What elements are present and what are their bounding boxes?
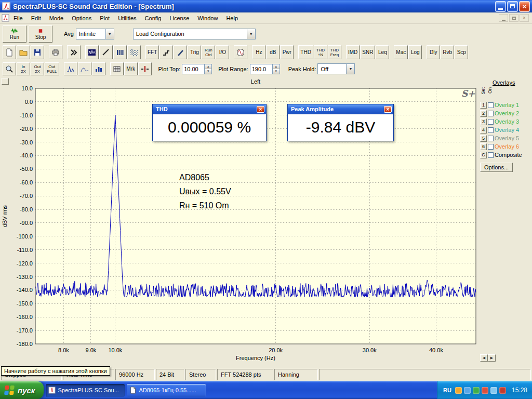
tray-icon-2[interactable] (464, 387, 471, 394)
menu-item-license[interactable]: License (165, 14, 193, 23)
overlay-set-button-3[interactable]: 3 (480, 118, 487, 125)
phase-view-button[interactable] (99, 45, 113, 59)
overlay-on-checkbox-C[interactable] (488, 152, 494, 158)
imd-button[interactable]: IMD (346, 45, 360, 59)
tray-icon-6[interactable] (499, 387, 506, 394)
menu-item-window[interactable]: Window (193, 14, 222, 23)
macro-button[interactable]: Mac (394, 45, 408, 59)
marker-line-button[interactable] (138, 62, 152, 75)
marker-toggle-button[interactable]: Mrk (124, 62, 138, 75)
plot-top-input[interactable] (182, 64, 204, 74)
avg-select[interactable]: Infinite ▼ (76, 29, 114, 39)
pane-splitter-button[interactable] (2, 78, 9, 85)
overlay-on-checkbox-1[interactable] (488, 102, 494, 108)
peak-amplitude-window[interactable]: Peak Amplitude × -9.84 dBV (287, 104, 394, 141)
logging-button[interactable]: Log (408, 45, 422, 59)
minimize-button[interactable] (495, 1, 506, 12)
db-units-button[interactable]: dB (266, 45, 280, 59)
language-indicator[interactable]: RU (443, 387, 451, 393)
tray-icon-4[interactable] (482, 387, 488, 394)
new-file-button[interactable] (3, 45, 16, 59)
stop-button[interactable]: Stop (29, 25, 52, 43)
peak-amplitude-window-titlebar[interactable]: Peak Amplitude × (288, 104, 393, 114)
restore-button[interactable] (507, 1, 518, 12)
scope-button[interactable]: Scp (455, 45, 468, 59)
menu-item-help[interactable]: Help (222, 14, 242, 23)
spin-down-icon[interactable]: ▼ (273, 69, 280, 74)
menu-item-mode[interactable]: Mode (45, 14, 68, 23)
io-device-button[interactable]: I/O (216, 45, 229, 59)
plot-top-spinner[interactable]: ▲▼ (182, 64, 212, 74)
start-button[interactable]: пуск (0, 381, 44, 399)
overlay-on-checkbox-5[interactable] (488, 136, 494, 141)
menu-item-edit[interactable]: Edit (27, 14, 45, 23)
menu-item-config[interactable]: Config (141, 14, 166, 23)
hz-units-button[interactable]: Hz (252, 45, 265, 59)
thd-window[interactable]: THD × 0.000059 % (152, 104, 267, 141)
calibration-button[interactable] (174, 45, 187, 59)
scroll-left-icon[interactable]: ◀ (480, 354, 488, 362)
save-button[interactable] (31, 45, 44, 59)
plot-range-spinner[interactable]: ▲▼ (250, 64, 280, 74)
overlay-on-checkbox-2[interactable] (488, 111, 494, 116)
mdi-close-button[interactable]: × (520, 14, 529, 22)
leq-button[interactable]: Leq (376, 45, 389, 59)
scaling-button[interactable] (159, 45, 173, 59)
taskbar-task-0[interactable]: SpectraPLUS-SC Sou... (46, 384, 125, 397)
zoom-in-2x-button[interactable]: In2X (17, 62, 30, 75)
trigger-button[interactable]: Trig (188, 45, 201, 59)
spin-down-icon[interactable]: ▼ (205, 69, 211, 74)
taskbar-task-1[interactable]: AD8065-1кГц-0.55...... (127, 384, 206, 397)
mdi-restore-button[interactable] (509, 14, 518, 22)
grid-toggle-button[interactable] (110, 62, 124, 75)
overlay-set-button-1[interactable]: 1 (480, 102, 487, 109)
menu-item-utilities[interactable]: Utilities (114, 14, 140, 23)
overlay-set-button-5[interactable]: 5 (480, 135, 487, 142)
overlay-set-button-6[interactable]: 6 (480, 143, 487, 150)
tray-icon-3[interactable] (473, 387, 480, 394)
signal-generator-button[interactable] (234, 45, 247, 59)
run-button[interactable]: Run (3, 25, 26, 43)
load-configuration-select[interactable]: Load Configuration ▼ (133, 29, 256, 39)
overlay-on-checkbox-3[interactable] (488, 119, 494, 125)
zoom-out-full-button[interactable]: OutFULL (45, 62, 59, 75)
bar-display-button[interactable] (92, 62, 105, 75)
spectrogram-view-button[interactable] (113, 45, 127, 59)
taskbar-clock[interactable]: 15:28 (512, 387, 527, 394)
thd-window-titlebar[interactable]: THD × (153, 104, 266, 114)
peak-display-button[interactable] (64, 62, 77, 75)
close-icon[interactable]: × (257, 106, 264, 113)
zoom-button[interactable] (3, 62, 16, 75)
overlay-on-checkbox-4[interactable] (488, 127, 494, 133)
thd-freq-button[interactable]: THDFreq (328, 45, 341, 59)
thd-button[interactable]: THD (298, 45, 313, 59)
mdi-minimize-button[interactable] (499, 14, 508, 22)
menu-item-options[interactable]: Options (68, 14, 96, 23)
run-control-button[interactable]: RunCtrl (202, 45, 215, 59)
plot-range-input[interactable] (250, 64, 272, 74)
menu-item-file[interactable]: File (9, 14, 27, 23)
tray-icon-1[interactable] (455, 387, 462, 394)
delay-button[interactable]: Dly (427, 45, 440, 59)
thd-plus-n-button[interactable]: THD+N (314, 45, 327, 59)
overlay-set-button-2[interactable]: 2 (480, 110, 487, 117)
line-display-button[interactable] (78, 62, 91, 75)
close-icon[interactable]: × (384, 106, 392, 113)
close-button[interactable]: × (519, 1, 530, 12)
zoom-out-2x-button[interactable]: Out2X (31, 62, 44, 75)
scroll-right-icon[interactable]: ▶ (488, 354, 496, 362)
spin-up-icon[interactable]: ▲ (205, 64, 211, 70)
time-series-view-button[interactable] (85, 45, 99, 59)
fft-settings-button[interactable]: FFT (145, 45, 159, 59)
surface-view-button[interactable] (127, 45, 141, 59)
tray-icon-5[interactable] (490, 387, 497, 394)
print-button[interactable] (49, 45, 62, 59)
overlays-options-button[interactable]: Options... (480, 163, 513, 172)
playback-button[interactable] (67, 45, 81, 59)
snr-button[interactable]: SNR (360, 45, 375, 59)
spin-up-icon[interactable]: ▲ (273, 64, 280, 70)
overlay-set-button-C[interactable]: C (480, 152, 487, 158)
peak-hold-select[interactable]: Off ▼ (317, 63, 355, 74)
reverb-button[interactable]: Rvb (441, 45, 454, 59)
overlay-on-checkbox-6[interactable] (488, 144, 494, 150)
